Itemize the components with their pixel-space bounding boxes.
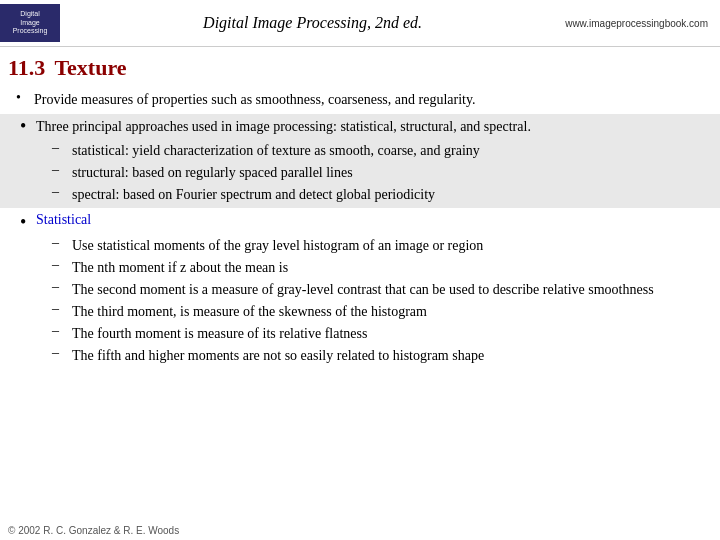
- header: DigitalImageProcessing Digital Image Pro…: [0, 0, 720, 47]
- main-bullet-dot: •: [16, 116, 36, 138]
- sub-bullet-statistical: – statistical: yield characterization of…: [52, 140, 704, 161]
- statistical-section: • Statistical – Use statistical moments …: [16, 212, 704, 367]
- dash-icon: –: [52, 323, 72, 339]
- main-bullet-dot2: •: [16, 212, 36, 234]
- intro-bullet: • Provide measures of properties such as…: [16, 89, 704, 110]
- statistical-subbullets: – Use statistical moments of the gray le…: [16, 235, 704, 366]
- dash-icon: –: [52, 279, 72, 295]
- section-title: Texture: [49, 55, 126, 81]
- sub-text-structural: structural: based on regularly spaced pa…: [72, 162, 353, 183]
- bullet-icon: •: [16, 89, 34, 106]
- dash-icon: –: [52, 184, 72, 200]
- stat-text-5: The fifth and higher moments are not so …: [72, 345, 484, 366]
- content: • Provide measures of properties such as…: [0, 85, 720, 374]
- stat-item-2: – The second moment is a measure of gray…: [52, 279, 704, 300]
- dash-icon: –: [52, 162, 72, 178]
- sub-text-statistical: statistical: yield characterization of t…: [72, 140, 480, 161]
- header-title: Digital Image Processing, 2nd ed.: [60, 14, 565, 32]
- dash-icon: –: [52, 140, 72, 156]
- sub-bullet-spectral: – spectral: based on Fourier spectrum an…: [52, 184, 704, 205]
- sub-bullet-structural: – structural: based on regularly spaced …: [52, 162, 704, 183]
- dash-icon: –: [52, 257, 72, 273]
- stat-item-4: – The fourth moment is measure of its re…: [52, 323, 704, 344]
- stat-item-intro: – Use statistical moments of the gray le…: [52, 235, 704, 256]
- stat-intro-text: Use statistical moments of the gray leve…: [72, 235, 483, 256]
- stat-text-4: The fourth moment is measure of its rela…: [72, 323, 367, 344]
- stat-item-3: – The third moment, is measure of the sk…: [52, 301, 704, 322]
- dash-icon: –: [52, 301, 72, 317]
- three-principal-bullet: • Three principal approaches used in ima…: [16, 116, 704, 138]
- footer-text: © 2002 R. C. Gonzalez & R. E. Woods: [8, 525, 179, 536]
- header-url: www.imageprocessingbook.com: [565, 18, 708, 29]
- stat-text-3: The third moment, is measure of the skew…: [72, 301, 427, 322]
- stat-item-5: – The fifth and higher moments are not s…: [52, 345, 704, 366]
- stat-text-1: The nth moment if z about the mean is: [72, 257, 288, 278]
- footer: © 2002 R. C. Gonzalez & R. E. Woods: [8, 525, 179, 536]
- stat-text-2: The second moment is a measure of gray-l…: [72, 279, 654, 300]
- three-principal-subbullets: – statistical: yield characterization of…: [16, 140, 704, 205]
- section-number: 11.3: [8, 55, 45, 81]
- three-principal-text: Three principal approaches used in image…: [36, 116, 531, 137]
- statistical-bullet: • Statistical: [16, 212, 704, 234]
- dash-icon: –: [52, 345, 72, 361]
- stat-item-1: – The nth moment if z about the mean is: [52, 257, 704, 278]
- logo-text: DigitalImageProcessing: [13, 10, 48, 35]
- section-heading: 11.3 Texture: [0, 47, 720, 85]
- dash-icon: –: [52, 235, 72, 251]
- statistical-label: Statistical: [36, 212, 91, 228]
- sub-text-spectral: spectral: based on Fourier spectrum and …: [72, 184, 435, 205]
- three-principal-section: • Three principal approaches used in ima…: [0, 114, 720, 208]
- logo: DigitalImageProcessing: [0, 4, 60, 42]
- intro-text: Provide measures of properties such as s…: [34, 89, 476, 110]
